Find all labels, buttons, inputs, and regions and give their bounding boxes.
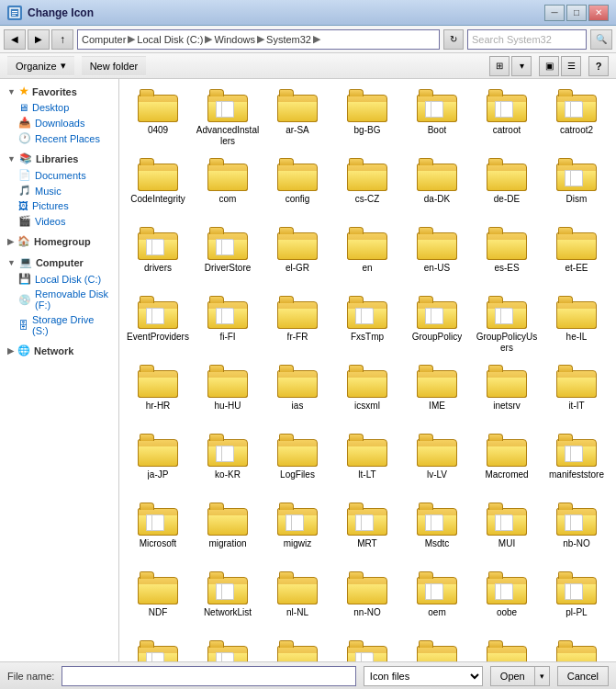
view-toggle-button[interactable]: ▾	[511, 56, 532, 76]
up-button[interactable]: ↑	[51, 29, 73, 50]
view-options-button[interactable]: ⊞	[489, 56, 510, 76]
sidebar-item-videos[interactable]: 🎬 Videos	[0, 213, 118, 229]
back-button[interactable]: ◀	[4, 29, 26, 50]
folder-item-drivers[interactable]: drivers	[123, 220, 193, 289]
folder-item-fi-FI[interactable]: fi-FI	[193, 289, 263, 358]
folder-item-el-GR[interactable]: el-GR	[263, 220, 332, 289]
open-button[interactable]: Open	[490, 666, 535, 686]
folder-item-NDF[interactable]: NDF	[123, 565, 193, 634]
folder-item-Microsoft[interactable]: Microsoft	[123, 496, 193, 565]
folder-item-da-DK[interactable]: da-DK	[402, 152, 472, 220]
folder-item-manifeststore[interactable]: manifeststore	[542, 427, 611, 496]
folder-item-en-US[interactable]: en-US	[402, 220, 472, 289]
folder-item-Macromed[interactable]: Macromed	[472, 427, 542, 496]
folder-item-inetsrv[interactable]: inetsrv	[472, 358, 542, 427]
folder-item-ar-SA[interactable]: ar-SA	[263, 83, 332, 152]
folder-item-pl-PL[interactable]: pl-PL	[542, 565, 611, 634]
folder-item-DriverStore[interactable]: DriverStore	[193, 220, 263, 289]
folder-item-nn-NO[interactable]: nn-NO	[332, 565, 402, 634]
folder-item-restore[interactable]: restore	[472, 634, 542, 661]
help-button[interactable]: ?	[588, 56, 609, 76]
folder-item-et-EE[interactable]: et-EE	[542, 220, 611, 289]
folder-item-ja-JP[interactable]: ja-JP	[123, 427, 193, 496]
folder-item-Recovery[interactable]: Recovery	[402, 634, 472, 661]
sidebar-header-homegroup[interactable]: ▶ 🏠 Homegroup	[0, 232, 118, 250]
sidebar-header-computer[interactable]: ▼ 💻 Computer	[0, 254, 118, 271]
folder-item-GroupPolicyUsers[interactable]: GroupPolicyUsers	[472, 289, 542, 358]
folder-item-MRT[interactable]: MRT	[332, 496, 402, 565]
sidebar-item-removable-disk-f[interactable]: 💿 Removable Disk (F:)	[0, 287, 118, 312]
folder-item-he-IL[interactable]: he-IL	[542, 289, 611, 358]
sidebar-item-documents[interactable]: 📄 Documents	[0, 167, 118, 183]
folder-item-MUI[interactable]: MUI	[472, 496, 542, 565]
sidebar-item-pictures[interactable]: 🖼 Pictures	[0, 198, 118, 213]
address-path[interactable]: Computer ▶ Local Disk (C:) ▶ Windows ▶ S…	[77, 29, 440, 50]
folder-item-bg-BG[interactable]: bg-BG	[332, 83, 402, 152]
folder-item-hu-HU[interactable]: hu-HU	[193, 358, 263, 427]
sidebar-header-network[interactable]: ▶ 🌐 Network	[0, 342, 118, 359]
sidebar-item-desktop[interactable]: 🖥 Desktop	[0, 100, 118, 115]
folder-item-Msdtc[interactable]: Msdtc	[402, 496, 472, 565]
preview-pane-button[interactable]: ▣	[539, 56, 559, 76]
folder-item-FxsTmp[interactable]: FxsTmp	[332, 289, 402, 358]
close-button[interactable]: ✕	[588, 5, 609, 21]
sidebar-item-music[interactable]: 🎵 Music	[0, 183, 118, 198]
cancel-button[interactable]: Cancel	[557, 666, 609, 686]
sidebar-header-favorites[interactable]: ▼ ★ Favorites	[0, 83, 118, 100]
sidebar-item-recent-places[interactable]: 🕐 Recent Places	[0, 130, 118, 146]
folder-item-lt-LT[interactable]: lt-LT	[332, 427, 402, 496]
folder-item-Boot[interactable]: Boot	[402, 83, 472, 152]
minimize-button[interactable]: ─	[544, 5, 565, 21]
search-button[interactable]: 🔍	[590, 29, 612, 50]
folder-item-Dism[interactable]: Dism	[542, 152, 611, 220]
filename-input[interactable]	[62, 666, 355, 686]
folder-item-fr-FR[interactable]: fr-FR	[263, 289, 332, 358]
folder-item-catroot[interactable]: catroot	[472, 83, 542, 152]
folder-item-LogFiles[interactable]: LogFiles	[263, 427, 332, 496]
folder-item-nl-NL[interactable]: nl-NL	[263, 565, 332, 634]
folder-item-NetworkList[interactable]: NetworkList	[193, 565, 263, 634]
organize-button[interactable]: Organize ▾	[7, 56, 74, 76]
folder-item-migwiz[interactable]: migwiz	[263, 496, 332, 565]
folder-item-nb-NO[interactable]: nb-NO	[542, 496, 611, 565]
sidebar-item-downloads[interactable]: 📥 Downloads	[0, 115, 118, 130]
folder-item-CodeIntegrity[interactable]: CodeIntegrity	[123, 152, 193, 220]
folder-item-com[interactable]: com	[193, 152, 263, 220]
folder-item-ias[interactable]: ias	[263, 358, 332, 427]
sidebar-item-local-disk-c[interactable]: 💾 Local Disk (C:)	[0, 271, 118, 287]
folder-item-GroupPolicy[interactable]: GroupPolicy	[402, 289, 472, 358]
folder-item-icsxml[interactable]: icsxml	[332, 358, 402, 427]
folder-item-es-ES[interactable]: es-ES	[472, 220, 542, 289]
forward-button[interactable]: ▶	[28, 29, 50, 50]
folder-item-oobe[interactable]: oobe	[472, 565, 542, 634]
refresh-button[interactable]: ↻	[443, 29, 464, 50]
folder-item-catroot2[interactable]: catroot2	[542, 83, 611, 152]
folder-item-cs-CZ[interactable]: cs-CZ	[332, 152, 402, 220]
folder-item-ro-RO[interactable]: ro-RO	[542, 634, 611, 661]
search-box[interactable]: Search System32	[467, 29, 587, 50]
sidebar-item-storage-drive-s[interactable]: 🗄 Storage Drive (S:)	[0, 312, 118, 338]
folder-item-Printing_Ad[interactable]: Printing_Ad	[123, 634, 193, 661]
folder-item-hr-HR[interactable]: hr-HR	[123, 358, 193, 427]
new-folder-button[interactable]: New folder	[82, 56, 147, 76]
folder-item-it-IT[interactable]: it-IT	[542, 358, 611, 427]
folder-item-advancedinstallers[interactable]: AdvancedInstallers	[193, 83, 263, 152]
filetype-select[interactable]: Icon files All files	[364, 666, 483, 686]
sidebar-header-libraries[interactable]: ▼ 📚 Libraries	[0, 150, 118, 167]
maximize-button[interactable]: □	[566, 5, 587, 21]
folder-item-pt-PT[interactable]: pt-PT	[263, 634, 332, 661]
folder-item-config[interactable]: config	[263, 152, 332, 220]
folder-item-lv-LV[interactable]: lv-LV	[402, 427, 472, 496]
details-pane-button[interactable]: ☰	[561, 56, 581, 76]
folder-item-ras[interactable]: ras	[332, 634, 402, 661]
folder-item-EventProviders[interactable]: EventProviders	[123, 289, 193, 358]
open-button-arrow[interactable]: ▾	[535, 666, 550, 686]
folder-item-oem[interactable]: oem	[402, 565, 472, 634]
folder-item-migration[interactable]: migration	[193, 496, 263, 565]
folder-item-en[interactable]: en	[332, 220, 402, 289]
folder-item-0409[interactable]: 0409	[123, 83, 193, 152]
folder-item-de-DE[interactable]: de-DE	[472, 152, 542, 220]
folder-item-pt-BR[interactable]: pt-BR	[193, 634, 263, 661]
folder-item-IME[interactable]: IME	[402, 358, 472, 427]
folder-item-ko-KR[interactable]: ko-KR	[193, 427, 263, 496]
